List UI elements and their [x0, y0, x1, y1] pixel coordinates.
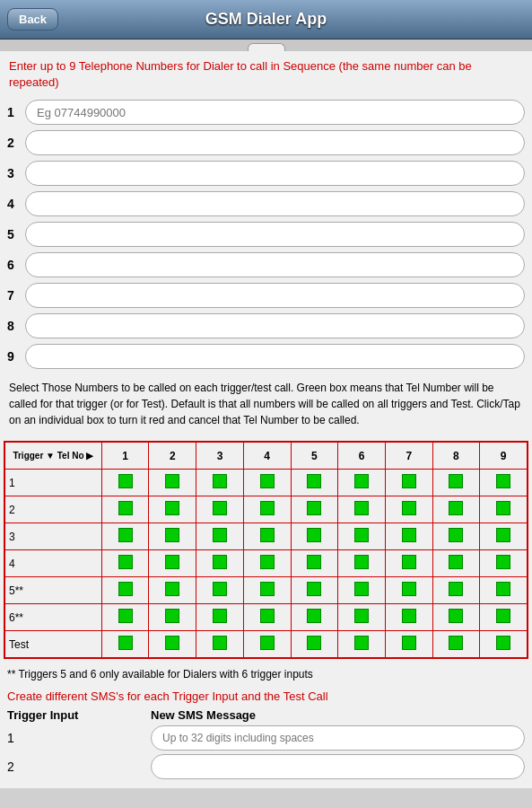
grid-cell-r7-c3[interactable]	[196, 631, 244, 658]
grid-cell-r5-c6[interactable]	[338, 577, 386, 604]
tab-active[interactable]	[248, 43, 285, 51]
phone-input-2[interactable]	[25, 130, 525, 155]
grid-cell-r1-c4[interactable]	[243, 470, 291, 496]
green-indicator	[354, 474, 369, 488]
grid-cell-r7-c4[interactable]	[243, 631, 291, 658]
phone-input-4[interactable]	[25, 191, 525, 216]
phone-label-4: 4	[7, 197, 25, 211]
grid-row-7: Test	[5, 631, 528, 658]
grid-cell-r1-c6[interactable]	[338, 470, 386, 496]
grid-cell-r1-c7[interactable]	[385, 470, 432, 496]
grid-cell-r5-c1[interactable]	[101, 577, 149, 604]
grid-cell-r5-c8[interactable]	[432, 577, 480, 604]
grid-cell-r4-c2[interactable]	[149, 550, 196, 577]
back-button[interactable]: Back	[7, 8, 58, 31]
green-indicator	[402, 582, 416, 596]
grid-cell-r2-c9[interactable]	[480, 496, 528, 523]
grid-cell-r2-c6[interactable]	[338, 496, 386, 523]
grid-cell-r7-c8[interactable]	[432, 631, 480, 658]
sms-message-input-2[interactable]	[151, 754, 525, 779]
phone-number-row-8: 8	[0, 312, 532, 340]
tab-bar	[0, 40, 532, 51]
grid-cell-r5-c2[interactable]	[149, 577, 196, 604]
grid-cell-r5-c7[interactable]	[385, 577, 432, 604]
grid-cell-r4-c1[interactable]	[101, 550, 149, 577]
grid-cell-r6-c4[interactable]	[243, 604, 291, 631]
green-indicator	[165, 609, 179, 623]
green-indicator	[260, 582, 275, 596]
grid-row-3: 3	[5, 523, 528, 550]
phone-input-8[interactable]	[25, 313, 525, 338]
grid-cell-r2-c3[interactable]	[196, 496, 244, 523]
grid-cell-r5-c5[interactable]	[291, 577, 338, 604]
grid-cell-r4-c8[interactable]	[432, 550, 480, 577]
grid-cell-r1-c2[interactable]	[149, 470, 196, 496]
grid-cell-r6-c5[interactable]	[291, 604, 338, 631]
grid-cell-r1-c3[interactable]	[196, 470, 244, 496]
grid-cell-r6-c3[interactable]	[196, 604, 244, 631]
grid-cell-r4-c5[interactable]	[291, 550, 338, 577]
grid-cell-r3-c7[interactable]	[385, 523, 432, 550]
phone-input-3[interactable]	[25, 161, 525, 186]
grid-row-label-3: 3	[5, 523, 102, 550]
green-indicator	[118, 555, 133, 569]
grid-cell-r3-c6[interactable]	[338, 523, 386, 550]
grid-cell-r1-c5[interactable]	[291, 470, 338, 496]
grid-cell-r2-c7[interactable]	[385, 496, 432, 523]
green-indicator	[449, 501, 463, 515]
grid-cell-r1-c1[interactable]	[101, 470, 149, 496]
green-indicator	[449, 636, 463, 650]
grid-cell-r7-c6[interactable]	[338, 631, 386, 658]
instruction-text: Enter up to 9 Telephone Numbers for Dial…	[0, 51, 532, 98]
grid-cell-r1-c8[interactable]	[432, 470, 480, 496]
grid-cell-r2-c5[interactable]	[291, 496, 338, 523]
grid-cell-r3-c9[interactable]	[480, 523, 528, 550]
grid-cell-r6-c6[interactable]	[338, 604, 386, 631]
grid-cell-r7-c2[interactable]	[149, 631, 196, 658]
grid-cell-r3-c3[interactable]	[196, 523, 244, 550]
phone-input-5[interactable]	[25, 222, 525, 247]
footnote-text: ** Triggers 5 and 6 only available for D…	[0, 664, 532, 684]
phone-input-9[interactable]	[25, 344, 525, 369]
phone-input-1[interactable]	[25, 100, 525, 125]
grid-cell-r2-c8[interactable]	[432, 496, 480, 523]
grid-cell-r4-c3[interactable]	[196, 550, 244, 577]
sms-message-input-1[interactable]	[151, 725, 525, 751]
grid-col-header-5: 5	[291, 443, 338, 470]
grid-cell-r3-c8[interactable]	[432, 523, 480, 550]
grid-cell-r6-c8[interactable]	[432, 604, 480, 631]
grid-cell-r3-c1[interactable]	[101, 523, 149, 550]
grid-cell-r6-c7[interactable]	[385, 604, 432, 631]
sms-rows-container: 12	[7, 725, 525, 779]
grid-cell-r7-c9[interactable]	[480, 631, 528, 658]
grid-cell-r7-c1[interactable]	[101, 631, 149, 658]
grid-cell-r5-c9[interactable]	[480, 577, 528, 604]
grid-cell-r3-c2[interactable]	[149, 523, 196, 550]
green-indicator	[165, 474, 179, 488]
phone-label-3: 3	[7, 166, 25, 180]
phone-input-7[interactable]	[25, 283, 525, 308]
grid-cell-r7-c5[interactable]	[291, 631, 338, 658]
grid-cell-r3-c5[interactable]	[291, 523, 338, 550]
grid-cell-r4-c4[interactable]	[243, 550, 291, 577]
grid-cell-r5-c4[interactable]	[243, 577, 291, 604]
grid-cell-r1-c9[interactable]	[480, 470, 528, 496]
grid-cell-r4-c9[interactable]	[480, 550, 528, 577]
grid-cell-r2-c2[interactable]	[149, 496, 196, 523]
grid-cell-r7-c7[interactable]	[385, 631, 432, 658]
grid-cell-r6-c2[interactable]	[149, 604, 196, 631]
phone-number-row-5: 5	[0, 220, 532, 249]
grid-row-label-4: 4	[5, 550, 102, 577]
green-indicator	[165, 501, 179, 515]
grid-cell-r3-c4[interactable]	[243, 523, 291, 550]
grid-cell-r2-c4[interactable]	[243, 496, 291, 523]
sms-row-2: 2	[7, 754, 525, 779]
grid-cell-r2-c1[interactable]	[101, 496, 149, 523]
grid-cell-r5-c3[interactable]	[196, 577, 244, 604]
grid-cell-r6-c1[interactable]	[101, 604, 149, 631]
grid-cell-r4-c6[interactable]	[338, 550, 386, 577]
phone-input-6[interactable]	[25, 252, 525, 277]
grid-cell-r6-c9[interactable]	[480, 604, 528, 631]
phone-label-2: 2	[7, 136, 25, 150]
grid-cell-r4-c7[interactable]	[385, 550, 432, 577]
